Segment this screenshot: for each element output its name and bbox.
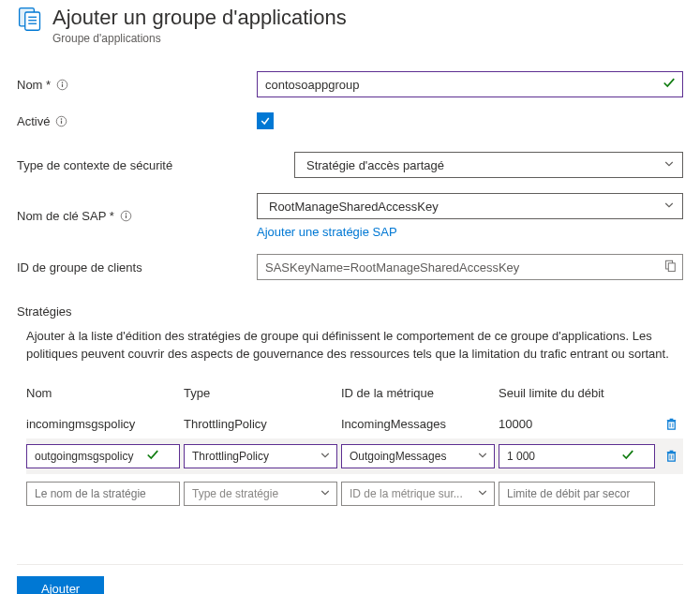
svg-point-12: [126, 213, 127, 215]
svg-point-9: [61, 118, 63, 120]
add-sas-link[interactable]: Ajouter une stratégie SAP: [257, 225, 397, 239]
svg-rect-16: [667, 421, 675, 428]
chevron-down-icon: [320, 449, 331, 463]
policies-header: Nom Type ID de la métrique Seuil limite …: [26, 380, 683, 409]
svg-point-6: [62, 82, 64, 83]
copy-icon[interactable]: [663, 260, 677, 275]
policy-threshold-input[interactable]: [499, 482, 655, 506]
svg-rect-1: [25, 12, 40, 30]
page-subtitle: Groupe d'applications: [52, 32, 347, 45]
info-icon[interactable]: [56, 79, 68, 91]
app-group-icon: [17, 6, 43, 35]
context-value: Stratégie d'accès partagé: [306, 158, 444, 172]
policy-metric-select[interactable]: ID de la métrique sur...: [341, 482, 495, 506]
group-id-field: SASKeyName=RootManageSharedAccessKey: [257, 254, 683, 280]
policy-name-input[interactable]: [26, 482, 180, 506]
enabled-checkbox[interactable]: [257, 112, 274, 129]
col-type: Type: [184, 386, 341, 400]
context-select[interactable]: Stratégie d'accès partagé: [294, 152, 683, 178]
sas-label: Nom de clé SAP *: [17, 209, 114, 223]
policy-type-value: ThrottlingPolicy: [192, 450, 269, 463]
col-name: Nom: [26, 386, 184, 400]
policy-metric: IncomingMessages: [341, 417, 499, 431]
svg-rect-15: [668, 263, 675, 272]
chevron-down-icon: [477, 486, 488, 500]
policy-row-blank: Type de stratégie ID de la métrique sur.…: [26, 474, 683, 508]
policy-type-placeholder: Type de stratégie: [192, 487, 278, 500]
policy-name: incomingmsgspolicy: [26, 417, 184, 431]
delete-policy-button[interactable]: [659, 417, 683, 431]
delete-policy-button[interactable]: [659, 449, 683, 463]
policy-metric-select[interactable]: OutgoingMessages: [341, 444, 495, 468]
policy-row-editing: ThrottlingPolicy OutgoingMessages: [26, 438, 683, 474]
check-icon: [621, 448, 634, 464]
policies-description: Ajouter à la liste d'édition des stratég…: [26, 328, 683, 364]
page-header: Ajouter un groupe d'applications Groupe …: [17, 6, 683, 45]
chevron-down-icon: [663, 158, 675, 172]
context-label: Type de contexte de sécurité: [17, 158, 172, 172]
check-icon: [146, 448, 159, 464]
enabled-label: Activé: [17, 114, 50, 128]
info-icon[interactable]: [120, 210, 132, 222]
check-icon: [663, 77, 676, 93]
policy-metric-value: OutgoingMessages: [350, 450, 446, 463]
policy-metric-placeholder: ID de la métrique sur...: [350, 487, 463, 500]
policy-threshold: 10000: [499, 417, 659, 431]
policy-type: ThrottlingPolicy: [184, 417, 341, 431]
page-title: Ajouter un groupe d'applications: [52, 6, 347, 30]
policies-title: Stratégies: [17, 304, 683, 319]
policy-type-select[interactable]: Type de stratégie: [184, 482, 337, 506]
policy-type-select[interactable]: ThrottlingPolicy: [184, 444, 337, 468]
sas-value: RootManageSharedAccessKey: [269, 200, 439, 214]
info-icon[interactable]: [55, 115, 67, 127]
chevron-down-icon: [320, 486, 331, 500]
col-threshold: Seuil limite du débit: [499, 386, 659, 400]
chevron-down-icon: [477, 449, 488, 463]
name-label: Nom *: [17, 78, 51, 92]
name-input[interactable]: [257, 71, 683, 97]
sas-select[interactable]: RootManageSharedAccessKey: [257, 193, 683, 219]
group-id-label: ID de groupe de clients: [17, 260, 142, 275]
policy-row: incomingmsgspolicy ThrottlingPolicy Inco…: [26, 409, 683, 438]
chevron-down-icon: [663, 200, 675, 214]
submit-button[interactable]: Ajouter: [17, 576, 104, 594]
group-id-value: SASKeyName=RootManageSharedAccessKey: [265, 260, 519, 275]
col-metric: ID de la métrique: [341, 386, 499, 400]
svg-rect-21: [667, 453, 675, 461]
